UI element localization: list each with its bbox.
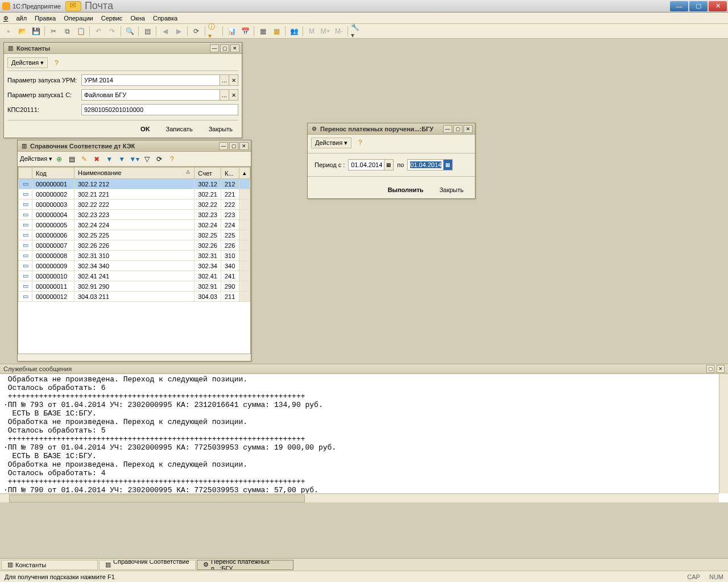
actions-dropdown[interactable]: Действия ▾ — [311, 138, 351, 148]
calc-icon[interactable]: 📊 — [225, 25, 238, 38]
date-to-field[interactable]: 01.04.2014▦ — [407, 159, 453, 171]
vscrollbar[interactable] — [719, 374, 728, 493]
table-row[interactable]: ▭000000002302.21 221302.21221 — [19, 189, 250, 199]
table-row[interactable]: ▭000000005302.24 224302.24224 — [19, 220, 250, 230]
wrench-icon[interactable]: 🔧 ▾ — [350, 25, 363, 38]
refresh-icon[interactable]: ⟳ — [190, 25, 202, 38]
table-row[interactable]: ▭000000009302.34 340302.34340 — [19, 261, 250, 271]
menu-operations[interactable]: Операции — [64, 15, 93, 22]
back-icon[interactable]: ◀ — [159, 25, 171, 38]
clear-icon[interactable]: ✕ — [229, 75, 238, 85]
close-button[interactable]: ✕ — [709, 1, 727, 11]
paste-icon[interactable]: 📋 — [75, 25, 87, 38]
maximize-button[interactable]: ▢ — [689, 1, 708, 11]
clear-icon[interactable]: ✕ — [229, 90, 238, 100]
msg-max-icon[interactable]: ▢ — [706, 365, 714, 373]
save-button[interactable]: Записать — [160, 124, 198, 134]
grid-icon[interactable]: ▦ — [257, 25, 269, 38]
param-1c-field[interactable]: Файловая БГУ … ✕ — [81, 89, 238, 101]
param-urm-field[interactable]: УРМ 2014 … ✕ — [81, 74, 238, 86]
actions-dropdown[interactable]: Действия ▾ — [7, 57, 48, 68]
calendar-icon[interactable]: ▦ — [384, 160, 393, 170]
minimize-button[interactable]: — — [670, 1, 688, 11]
col-code[interactable]: Код — [32, 168, 75, 179]
table-row[interactable]: ▭000000008302.31 310302.31310 — [19, 251, 250, 261]
win-max-icon[interactable]: ▢ — [229, 142, 238, 150]
col-icon[interactable] — [19, 168, 32, 179]
calendar-icon[interactable]: ▦ — [443, 160, 452, 170]
ellipsis-icon[interactable]: … — [220, 90, 229, 100]
search-icon[interactable]: 🔍 — [123, 25, 136, 38]
table-row[interactable]: ▭000000004302.23 223302.23223 — [19, 210, 250, 220]
edit-icon[interactable]: ✎ — [78, 153, 90, 165]
m-icon[interactable]: M — [305, 25, 318, 38]
scroll-up-icon[interactable]: ▴ — [239, 168, 250, 179]
reference-table[interactable]: Код Наименование≛ Счет К... ▴ ▭000000001… — [18, 167, 251, 354]
table-row[interactable]: ▭000000007302.26 226302.26226 — [19, 240, 250, 251]
copy-icon[interactable]: ⧉ — [61, 25, 73, 38]
refresh-icon[interactable]: ⟳ — [154, 153, 165, 165]
add-icon[interactable]: ⊕ — [53, 153, 65, 165]
redo-icon[interactable]: ↷ — [106, 25, 118, 38]
menu-service[interactable]: Сервис — [101, 15, 123, 22]
table-row[interactable]: ▭000000003302.22 222302.22222 — [19, 199, 250, 210]
copy-row-icon[interactable]: ▤ — [66, 153, 77, 165]
table-row[interactable]: ▭000000001302.12 212302.12212 — [19, 179, 250, 189]
col-name[interactable]: Наименование≛ — [75, 168, 195, 179]
sort-icon[interactable]: ▽ — [141, 153, 152, 165]
help-icon[interactable]: ? — [50, 57, 63, 69]
ellipsis-icon[interactable]: … — [220, 75, 229, 85]
filter1-icon[interactable]: ▼ — [104, 153, 115, 165]
win-close-icon[interactable]: ✕ — [464, 125, 473, 133]
task-reference[interactable]: ▥Справочник Соответствие ... — [99, 560, 196, 570]
col-k[interactable]: К... — [221, 168, 239, 179]
close-button[interactable]: Закрыть — [434, 185, 469, 195]
task-transfer[interactable]: ⚙Перенос платежных п...:БГУ — [197, 560, 293, 570]
menu-windows[interactable]: Окна — [130, 15, 145, 22]
new-icon[interactable]: ▫ — [2, 25, 15, 38]
messages-body[interactable]: Обработка не произведена. Переход к след… — [0, 374, 728, 496]
date-from-field[interactable]: 01.04.2014▦ — [348, 159, 394, 171]
win-max-icon[interactable]: ▢ — [453, 125, 462, 133]
save-icon[interactable]: 💾 — [30, 25, 42, 38]
delete-icon[interactable]: ✖ — [91, 153, 102, 165]
menu-edit[interactable]: Правка — [35, 15, 56, 22]
win-max-icon[interactable]: ▢ — [220, 44, 229, 52]
filter2-icon[interactable]: ▼ — [116, 153, 127, 165]
ok-button[interactable]: OK — [135, 124, 156, 134]
cal2-icon[interactable]: ▦ — [270, 25, 283, 38]
close-button[interactable]: Закрыть — [203, 124, 238, 134]
calendar-icon[interactable]: 📅 — [239, 25, 251, 38]
win-min-icon[interactable]: — — [219, 142, 228, 150]
win-close-icon[interactable]: ✕ — [239, 142, 249, 150]
menu-file[interactable]: Файл — [3, 15, 27, 22]
menu-help[interactable]: Справка — [153, 15, 177, 22]
open-icon[interactable]: 📂 — [16, 25, 28, 38]
mminus-icon[interactable]: M- — [333, 25, 345, 38]
task-constants[interactable]: ▥Константы — [1, 560, 98, 570]
reference-icon: ▥ — [20, 142, 28, 150]
help-icon[interactable]: ? — [354, 136, 366, 149]
table-row[interactable]: ▭000000012304.03 211304.03211 — [19, 292, 250, 302]
col-acct[interactable]: Счет — [195, 168, 221, 179]
mplus-icon[interactable]: M+ — [319, 25, 332, 38]
help-icon[interactable]: ? — [166, 153, 177, 165]
win-close-icon[interactable]: ✕ — [230, 44, 239, 52]
kps-field[interactable]: 92801050201010000 — [81, 104, 238, 115]
table-row[interactable]: ▭000000011302.91 290302.91290 — [19, 281, 250, 292]
win-min-icon[interactable]: — — [443, 125, 452, 133]
fwd-icon[interactable]: ▶ — [172, 25, 185, 38]
win-min-icon[interactable]: — — [210, 44, 219, 52]
filter3-icon[interactable]: ▼▾ — [129, 153, 140, 165]
info-icon[interactable]: ⓘ ▾ — [208, 25, 220, 38]
tree-icon[interactable]: ▤ — [141, 25, 154, 38]
msg-close-icon[interactable]: ✕ — [717, 365, 725, 373]
users-icon[interactable]: 👥 — [288, 25, 300, 38]
actions-dropdown[interactable]: Действия ▾ — [20, 155, 52, 163]
execute-button[interactable]: Выполнить — [382, 185, 429, 195]
table-row[interactable]: ▭000000006302.25 225302.25225 — [19, 230, 250, 240]
undo-icon[interactable]: ↶ — [92, 25, 105, 38]
hscrollbar[interactable] — [0, 493, 719, 502]
table-row[interactable]: ▭000000010302.41 241302.41241 — [19, 271, 250, 281]
cut-icon[interactable]: ✂ — [47, 25, 60, 38]
